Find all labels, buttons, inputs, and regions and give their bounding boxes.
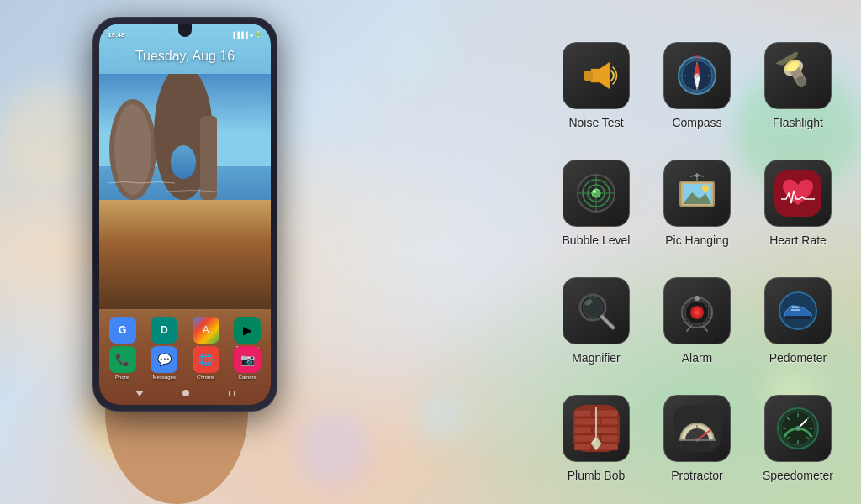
app-pedometer[interactable]: Pedometer xyxy=(752,277,844,386)
svg-point-43 xyxy=(702,185,709,192)
app-protractor-icon: 90 0 180 xyxy=(663,395,731,462)
app-protractor-label: Protractor xyxy=(671,469,722,482)
phone-app-messages-label: Messages xyxy=(153,375,176,380)
svg-point-39 xyxy=(593,190,596,193)
app-alarm[interactable]: Alarm xyxy=(651,277,743,386)
bokeh-2 xyxy=(378,17,446,84)
app-speedometer[interactable]: Speedometer xyxy=(752,395,844,504)
app-alarm-icon xyxy=(663,277,731,344)
svg-point-61 xyxy=(695,296,700,301)
app-speedometer-icon xyxy=(764,395,832,462)
svg-line-59 xyxy=(687,327,690,331)
phone-time: 19:48 xyxy=(108,31,124,39)
app-compass[interactable]: N Compass xyxy=(651,42,743,151)
svg-rect-74 xyxy=(601,435,618,442)
svg-rect-63 xyxy=(784,316,811,319)
svg-rect-67 xyxy=(574,410,591,417)
phone-apps-row1: G Google D Duo A Assistant ▶ Play Store xyxy=(103,317,267,350)
app-speedometer-label: Speedometer xyxy=(763,469,833,482)
svg-point-10 xyxy=(114,104,151,195)
svg-rect-46 xyxy=(696,173,698,176)
app-plumb-bob[interactable]: Plumb Bob xyxy=(550,395,642,504)
app-flashlight-label: Flashlight xyxy=(773,116,823,129)
svg-rect-75 xyxy=(574,444,591,450)
app-heart-rate[interactable]: Heart Rate xyxy=(752,160,844,269)
phone-app-messages[interactable]: 💬 Messages xyxy=(145,346,184,380)
svg-rect-70 xyxy=(601,418,618,425)
apps-grid: Noise Test N Compass xyxy=(550,42,844,504)
phone-app-chrome-label: Chrome xyxy=(197,375,214,380)
app-plumb-bob-icon xyxy=(563,395,630,462)
phone-app-google[interactable]: G Google xyxy=(103,317,142,350)
app-protractor[interactable]: 90 0 180 Protractor xyxy=(651,395,743,504)
svg-point-38 xyxy=(592,189,600,197)
phone-screen: 19:48 ▐▐▐▐ ● 🔋 Tuesday, Aug 16 xyxy=(99,24,271,405)
svg-point-57 xyxy=(695,311,699,314)
app-pic-hanging-label: Pic Hanging xyxy=(665,234,729,247)
svg-text:90: 90 xyxy=(694,431,699,436)
svg-point-20 xyxy=(695,74,700,78)
svg-rect-13 xyxy=(200,116,217,200)
svg-marker-14 xyxy=(591,62,610,89)
svg-point-12 xyxy=(171,145,196,179)
app-compass-icon: N xyxy=(663,42,731,109)
app-pic-hanging[interactable]: Pic Hanging xyxy=(651,160,743,269)
app-bubble-level-icon xyxy=(563,160,630,227)
app-heart-rate-label: Heart Rate xyxy=(769,234,827,247)
app-pedometer-icon xyxy=(764,277,832,344)
bokeh-8 xyxy=(420,395,462,437)
phone-container: 19:48 ▐▐▐▐ ● 🔋 Tuesday, Aug 16 xyxy=(25,17,345,487)
svg-rect-15 xyxy=(584,71,593,81)
app-heart-rate-icon xyxy=(764,160,832,227)
app-bubble-level-label: Bubble Level xyxy=(563,234,631,247)
app-flashlight-icon xyxy=(764,42,832,109)
phone-home-btn[interactable] xyxy=(182,390,189,396)
phone-back-btn[interactable] xyxy=(135,391,144,396)
phone-app-phone-label: Phone xyxy=(115,375,129,380)
app-noise-test-label: Noise Test xyxy=(568,116,623,129)
app-magnifier-icon xyxy=(563,277,630,344)
app-pedometer-label: Pedometer xyxy=(769,351,827,365)
svg-point-103 xyxy=(797,428,800,430)
svg-marker-8 xyxy=(99,200,271,309)
svg-line-52 xyxy=(602,317,613,328)
app-flashlight[interactable]: Flashlight xyxy=(752,42,844,151)
app-magnifier-label: Magnifier xyxy=(572,351,621,365)
app-noise-test[interactable]: Noise Test xyxy=(550,42,642,151)
app-magnifier[interactable]: Magnifier xyxy=(550,277,642,386)
app-alarm-label: Alarm xyxy=(682,351,713,365)
phone-status-bar: 19:48 ▐▐▐▐ ● 🔋 xyxy=(108,28,262,41)
phone-nav-bar xyxy=(116,390,254,396)
app-pic-hanging-icon xyxy=(663,160,731,227)
svg-line-60 xyxy=(704,327,707,331)
svg-rect-71 xyxy=(574,427,591,433)
svg-point-49 xyxy=(583,297,603,318)
app-compass-label: Compass xyxy=(672,116,721,129)
phone-app-playstore[interactable]: ▶ Play Store xyxy=(229,317,267,350)
phone-landscape xyxy=(99,74,271,309)
phone-app-phone[interactable]: 📞 Phone xyxy=(103,346,142,380)
phone-app-duo[interactable]: D Duo xyxy=(145,317,184,350)
phone-recent-btn[interactable] xyxy=(229,391,235,396)
app-plumb-bob-label: Plumb Bob xyxy=(568,469,625,482)
phone-app-camera[interactable]: 📷 Camera xyxy=(229,346,267,380)
phone-date: Tuesday, Aug 16 xyxy=(99,49,271,64)
phone-app-chrome[interactable]: 🌐 Chrome xyxy=(187,346,225,380)
app-noise-test-icon xyxy=(563,42,630,109)
phone-body: 19:48 ▐▐▐▐ ● 🔋 Tuesday, Aug 16 xyxy=(92,17,277,412)
app-bubble-level[interactable]: Bubble Level xyxy=(550,160,642,269)
svg-text:180: 180 xyxy=(710,444,716,448)
phone-screen-area: 19:48 ▐▐▐▐ ● 🔋 Tuesday, Aug 16 xyxy=(99,24,271,405)
svg-text:N: N xyxy=(695,54,700,60)
phone-app-camera-label: Camera xyxy=(239,375,256,380)
phone-apps-row2: 📞 Phone 💬 Messages 🌐 Chrome 📷 Camera xyxy=(103,346,267,380)
phone-app-assistant[interactable]: A Assistant xyxy=(187,317,225,350)
